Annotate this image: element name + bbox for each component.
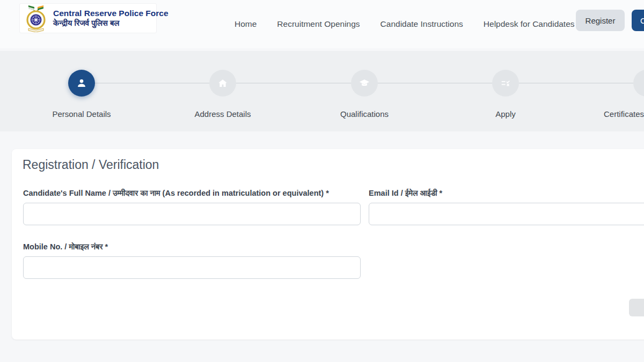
nav-helpdesk[interactable]: Helpdesk for Candidates (484, 19, 575, 29)
progress-stepper: Personal Details Address Details Qualifi… (0, 51, 644, 131)
step-label: Apply (452, 109, 559, 119)
brand-subtitle: केन्द्रीय रिजर्व पुलिस बल (53, 18, 169, 28)
mobile-input[interactable] (23, 256, 361, 279)
step-certificates-circle-partial[interactable] (633, 70, 644, 97)
step-address-details[interactable]: Address Details (169, 70, 276, 119)
nav-recruitment-openings[interactable]: Recruitment Openings (277, 19, 360, 29)
graduation-cap-icon (358, 77, 370, 89)
person-icon (76, 77, 87, 89)
step-label: Address Details (169, 109, 276, 119)
home-icon (217, 77, 229, 89)
main-nav: Home Recruitment Openings Candidate Inst… (235, 0, 575, 48)
mobile-label: Mobile No. / मोबाइल नंबर * (23, 242, 108, 252)
crpf-logo: Central Reserve Police Force केन्द्रीय र… (19, 3, 157, 33)
step-label: Qualifications (311, 109, 418, 119)
registration-card: Registration / Verification Candidate's … (12, 149, 644, 339)
nav-home[interactable]: Home (235, 19, 257, 29)
step-apply[interactable]: Apply (452, 70, 559, 119)
checklist-icon (500, 77, 511, 89)
step-label: Personal Details (28, 109, 135, 119)
page-title: Registration / Verification (23, 158, 159, 172)
full-name-label: Candidate's Full Name / उम्मीदवार का नाम… (23, 189, 329, 198)
nav-candidate-instructions[interactable]: Candidate Instructions (380, 19, 463, 29)
step-label-partial: Certificates a (604, 109, 644, 119)
brand-title: Central Reserve Police Force (53, 8, 169, 18)
header: Central Reserve Police Force केन्द्रीय र… (0, 0, 644, 48)
candidate-login-button-partial[interactable]: C (632, 10, 644, 31)
step-personal-details[interactable]: Personal Details (28, 70, 135, 119)
step-circle (209, 70, 236, 97)
step-circle (351, 70, 378, 97)
crpf-emblem-icon (23, 4, 49, 32)
step-circle-active (68, 70, 95, 97)
step-qualifications[interactable]: Qualifications (311, 70, 418, 119)
full-name-input[interactable] (23, 203, 361, 225)
register-button[interactable]: Register (576, 10, 625, 31)
partial-action-button[interactable] (629, 299, 644, 316)
email-label: Email Id / ईमेल आईडी * (369, 189, 442, 198)
step-circle (492, 70, 519, 97)
email-input[interactable] (369, 203, 644, 225)
